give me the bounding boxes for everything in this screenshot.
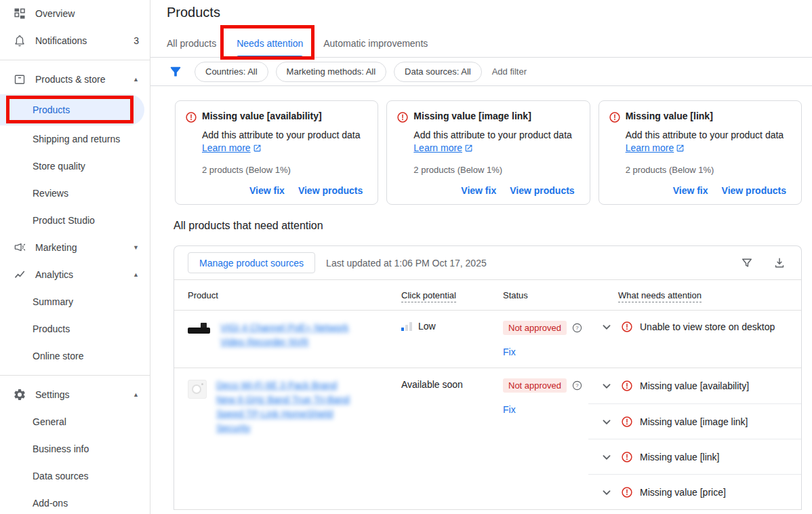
main-content: Products All products Needs attention Au… bbox=[150, 0, 812, 514]
learn-more-link[interactable]: Learn more bbox=[202, 142, 251, 153]
table-row: Deco Wi-Fi 6E 3 Pack Brand New 6 GHz Ban… bbox=[174, 368, 801, 510]
sidebar-section-label: Products & store bbox=[35, 74, 106, 85]
warning-icon bbox=[621, 451, 633, 463]
collapse-icon: ▲ bbox=[133, 271, 139, 278]
attention-item-label: Missing value [link] bbox=[640, 452, 720, 462]
sidebar-item-label: Products bbox=[33, 323, 70, 334]
learn-more-link[interactable]: Learn more bbox=[626, 142, 674, 153]
chevron-down-icon[interactable] bbox=[599, 414, 614, 429]
product-title-link[interactable]: VIGI 4 Channel PoE+ Network Video Record… bbox=[220, 321, 366, 368]
view-fix-link[interactable]: View fix bbox=[673, 185, 708, 196]
sidebar-divider bbox=[0, 60, 150, 60]
issue-card-description: Add this attribute to your product data bbox=[413, 130, 571, 140]
sidebar-section-settings[interactable]: Settings ▲ bbox=[0, 381, 150, 408]
download-icon[interactable] bbox=[773, 256, 786, 270]
sidebar-section-analytics[interactable]: Analytics ▲ bbox=[0, 261, 150, 288]
chevron-down-icon[interactable] bbox=[599, 319, 614, 334]
sidebar-item-notifications[interactable]: Notifications 3 bbox=[0, 27, 150, 54]
fix-link[interactable]: Fix bbox=[503, 404, 588, 415]
table-row: VIGI 4 Channel PoE+ Network Video Record… bbox=[174, 311, 801, 368]
product-title-link[interactable]: Deco Wi-Fi 6E 3 Pack Brand New 6 GHz Ban… bbox=[216, 378, 355, 509]
tab-all-products[interactable]: All products bbox=[167, 38, 216, 57]
sidebar-item-data-sources[interactable]: Data sources bbox=[0, 462, 150, 490]
manage-product-sources-button[interactable]: Manage product sources bbox=[188, 252, 315, 273]
app-window: Overview Notifications 3 Products & stor… bbox=[0, 0, 812, 514]
filter-chip-data-sources[interactable]: Data sources: All bbox=[394, 62, 482, 82]
column-header-attention[interactable]: What needs attention bbox=[588, 290, 801, 300]
view-fix-link[interactable]: View fix bbox=[249, 185, 285, 196]
external-link-icon bbox=[464, 144, 473, 155]
sidebar-item-business-info[interactable]: Business info bbox=[0, 435, 150, 462]
filter-chip-marketing-methods[interactable]: Marketing methods: All bbox=[276, 62, 387, 82]
svg-text:?: ? bbox=[575, 382, 579, 389]
sidebar-item-label: Data sources bbox=[33, 471, 88, 481]
sidebar-item-reviews[interactable]: Reviews bbox=[0, 180, 150, 207]
column-header-click-potential[interactable]: Click potential bbox=[401, 290, 503, 300]
warning-icon bbox=[621, 486, 633, 498]
status-badge: Not approved bbox=[503, 378, 567, 393]
view-fix-link[interactable]: View fix bbox=[461, 185, 496, 196]
chevron-down-icon[interactable] bbox=[599, 485, 614, 500]
status-badge: Not approved bbox=[503, 321, 567, 335]
chevron-down-icon[interactable] bbox=[599, 450, 614, 464]
filter-icon[interactable] bbox=[168, 64, 183, 79]
view-products-link[interactable]: View products bbox=[722, 185, 786, 196]
sidebar-item-general[interactable]: General bbox=[0, 408, 150, 435]
sidebar-item-label: Summary bbox=[33, 296, 73, 307]
external-link-icon bbox=[676, 144, 685, 155]
sidebar-item-shipping-and-returns[interactable]: Shipping and returns bbox=[0, 125, 150, 153]
sidebar-item-analytics-products[interactable]: Products bbox=[0, 315, 150, 342]
issue-card-count: 2 products (Below 1%) bbox=[626, 165, 786, 175]
collapse-icon: ▲ bbox=[133, 391, 139, 398]
attention-cell: Unable to view store on desktop bbox=[588, 311, 801, 368]
issue-card-title: Missing value [link] bbox=[626, 111, 713, 121]
sidebar-section-marketing[interactable]: Marketing ▼ bbox=[0, 234, 150, 261]
fix-link[interactable]: Fix bbox=[503, 347, 588, 357]
last-updated-text: Last updated at 1:06 PM Oct 17, 2025 bbox=[326, 258, 487, 269]
sidebar-item-label: Shipping and returns bbox=[33, 134, 120, 144]
tab-needs-attention[interactable]: Needs attention bbox=[237, 38, 303, 57]
help-icon[interactable]: ? bbox=[571, 322, 583, 334]
help-icon[interactable]: ? bbox=[571, 380, 583, 391]
sidebar-item-label: Overview bbox=[35, 8, 75, 19]
tab-bar: All products Needs attention Automatic i… bbox=[150, 38, 812, 58]
learn-more-link[interactable]: Learn more bbox=[413, 142, 462, 153]
sidebar-item-label: Business info bbox=[33, 443, 89, 454]
view-products-link[interactable]: View products bbox=[510, 185, 574, 196]
issue-card-link: Missing value [link] Add this attribute … bbox=[598, 100, 802, 205]
attention-item: Missing value [availability] bbox=[588, 368, 801, 403]
attention-item-label: Missing value [image link] bbox=[640, 416, 748, 427]
table-header-row: Product Click potential Status What need… bbox=[174, 280, 801, 311]
expand-icon: ▼ bbox=[133, 244, 139, 251]
sidebar-section-label: Analytics bbox=[35, 269, 73, 280]
attention-item: Missing value [price] bbox=[588, 474, 801, 509]
view-products-link[interactable]: View products bbox=[298, 185, 363, 196]
sidebar-item-overview[interactable]: Overview bbox=[0, 0, 150, 27]
sidebar-item-label: Product Studio bbox=[33, 215, 95, 226]
sidebar-item-label: Reviews bbox=[33, 188, 68, 199]
column-header-product: Product bbox=[174, 290, 401, 300]
sidebar-item-products[interactable]: Products bbox=[0, 94, 144, 125]
bell-icon bbox=[12, 33, 27, 48]
sidebar-section-label: Settings bbox=[35, 389, 70, 400]
external-link-icon bbox=[253, 144, 262, 155]
filter-chip-countries[interactable]: Countries: All bbox=[195, 62, 268, 82]
chevron-down-icon[interactable] bbox=[599, 378, 614, 393]
attention-item: Missing value [image link] bbox=[588, 403, 801, 439]
attention-item: Missing value [link] bbox=[588, 439, 801, 474]
product-thumbnail bbox=[188, 380, 207, 399]
gear-icon bbox=[12, 387, 27, 402]
table-filter-icon[interactable] bbox=[740, 256, 754, 270]
click-potential-cell: Low bbox=[401, 311, 503, 368]
sidebar-item-online-store[interactable]: Online store bbox=[0, 342, 150, 370]
table-toolbar: Manage product sources Last updated at 1… bbox=[174, 246, 801, 280]
sidebar-item-product-studio[interactable]: Product Studio bbox=[0, 207, 150, 234]
tab-automatic-improvements[interactable]: Automatic improvements bbox=[323, 38, 428, 57]
sidebar-item-add-ons[interactable]: Add-ons bbox=[0, 490, 150, 514]
sidebar-section-products-store[interactable]: Products & store ▲ bbox=[0, 66, 150, 93]
add-filter-button[interactable]: Add filter bbox=[492, 66, 527, 77]
sidebar-item-store-quality[interactable]: Store quality bbox=[0, 153, 150, 180]
collapse-icon: ▲ bbox=[133, 76, 139, 83]
filter-bar: Countries: All Marketing methods: All Da… bbox=[150, 58, 812, 86]
sidebar-item-summary[interactable]: Summary bbox=[0, 288, 150, 315]
